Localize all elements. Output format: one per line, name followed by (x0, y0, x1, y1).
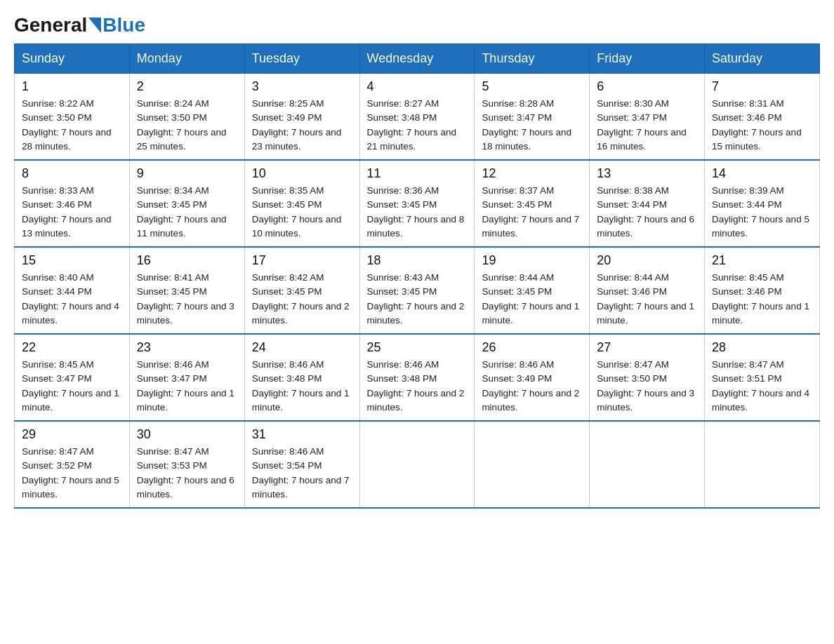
logo: General Blue (14, 14, 145, 36)
calendar-day-cell: 27 Sunrise: 8:47 AM Sunset: 3:50 PM Dayl… (590, 334, 705, 421)
logo-arrow-icon (88, 18, 101, 33)
calendar-day-cell: 20 Sunrise: 8:44 AM Sunset: 3:46 PM Dayl… (590, 247, 705, 334)
calendar-day-cell: 11 Sunrise: 8:36 AM Sunset: 3:45 PM Dayl… (359, 160, 475, 247)
calendar-week-row: 29 Sunrise: 8:47 AM Sunset: 3:52 PM Dayl… (15, 421, 820, 508)
day-number: 6 (597, 79, 697, 94)
logo-general-text: General (14, 14, 87, 36)
calendar-day-cell (590, 421, 705, 508)
calendar-day-cell: 16 Sunrise: 8:41 AM Sunset: 3:45 PM Dayl… (129, 247, 244, 334)
calendar-day-cell: 9 Sunrise: 8:34 AM Sunset: 3:45 PM Dayli… (129, 160, 244, 247)
day-number: 29 (22, 427, 122, 442)
day-number: 20 (597, 253, 697, 268)
day-info: Sunrise: 8:39 AM Sunset: 3:44 PM Dayligh… (712, 184, 812, 241)
calendar-day-cell: 2 Sunrise: 8:24 AM Sunset: 3:50 PM Dayli… (129, 74, 244, 161)
day-number: 8 (22, 166, 122, 181)
day-info: Sunrise: 8:24 AM Sunset: 3:50 PM Dayligh… (137, 97, 237, 154)
calendar-day-cell: 12 Sunrise: 8:37 AM Sunset: 3:45 PM Dayl… (475, 160, 590, 247)
day-info: Sunrise: 8:44 AM Sunset: 3:45 PM Dayligh… (482, 271, 582, 328)
day-number: 4 (367, 79, 468, 94)
calendar-day-cell: 28 Sunrise: 8:47 AM Sunset: 3:51 PM Dayl… (705, 334, 820, 421)
day-info: Sunrise: 8:46 AM Sunset: 3:47 PM Dayligh… (137, 358, 237, 415)
day-info: Sunrise: 8:46 AM Sunset: 3:54 PM Dayligh… (252, 445, 352, 502)
day-info: Sunrise: 8:46 AM Sunset: 3:48 PM Dayligh… (252, 358, 352, 415)
day-number: 12 (482, 166, 582, 181)
calendar-day-cell: 14 Sunrise: 8:39 AM Sunset: 3:44 PM Dayl… (705, 160, 820, 247)
day-info: Sunrise: 8:42 AM Sunset: 3:45 PM Dayligh… (252, 271, 352, 328)
calendar-day-cell (359, 421, 475, 508)
calendar-table: SundayMondayTuesdayWednesdayThursdayFrid… (14, 43, 820, 509)
day-header-saturday: Saturday (705, 44, 820, 74)
day-header-monday: Monday (129, 44, 244, 74)
day-number: 5 (482, 79, 582, 94)
calendar-day-cell: 18 Sunrise: 8:43 AM Sunset: 3:45 PM Dayl… (359, 247, 475, 334)
logo-blue-text: Blue (102, 14, 145, 36)
day-header-wednesday: Wednesday (359, 44, 475, 74)
day-info: Sunrise: 8:44 AM Sunset: 3:46 PM Dayligh… (597, 271, 697, 328)
day-info: Sunrise: 8:46 AM Sunset: 3:48 PM Dayligh… (367, 358, 468, 415)
day-header-tuesday: Tuesday (244, 44, 359, 74)
calendar-day-cell: 29 Sunrise: 8:47 AM Sunset: 3:52 PM Dayl… (15, 421, 130, 508)
calendar-day-cell: 21 Sunrise: 8:45 AM Sunset: 3:46 PM Dayl… (705, 247, 820, 334)
day-number: 2 (137, 79, 237, 94)
day-info: Sunrise: 8:22 AM Sunset: 3:50 PM Dayligh… (22, 97, 122, 154)
day-number: 14 (712, 166, 812, 181)
day-number: 25 (367, 340, 468, 355)
calendar-day-cell: 4 Sunrise: 8:27 AM Sunset: 3:48 PM Dayli… (359, 74, 475, 161)
day-number: 13 (597, 166, 697, 181)
calendar-day-cell (475, 421, 590, 508)
day-info: Sunrise: 8:47 AM Sunset: 3:50 PM Dayligh… (597, 358, 697, 415)
day-number: 23 (137, 340, 237, 355)
day-number: 28 (712, 340, 812, 355)
calendar-week-row: 1 Sunrise: 8:22 AM Sunset: 3:50 PM Dayli… (15, 74, 820, 161)
day-info: Sunrise: 8:27 AM Sunset: 3:48 PM Dayligh… (367, 97, 468, 154)
day-number: 27 (597, 340, 697, 355)
calendar-day-cell: 22 Sunrise: 8:45 AM Sunset: 3:47 PM Dayl… (15, 334, 130, 421)
day-info: Sunrise: 8:40 AM Sunset: 3:44 PM Dayligh… (22, 271, 122, 328)
day-number: 7 (712, 79, 812, 94)
day-info: Sunrise: 8:37 AM Sunset: 3:45 PM Dayligh… (482, 184, 582, 241)
day-number: 3 (252, 79, 352, 94)
calendar-week-row: 8 Sunrise: 8:33 AM Sunset: 3:46 PM Dayli… (15, 160, 820, 247)
day-number: 11 (367, 166, 468, 181)
calendar-day-cell: 26 Sunrise: 8:46 AM Sunset: 3:49 PM Dayl… (475, 334, 590, 421)
calendar-day-cell: 13 Sunrise: 8:38 AM Sunset: 3:44 PM Dayl… (590, 160, 705, 247)
day-info: Sunrise: 8:45 AM Sunset: 3:47 PM Dayligh… (22, 358, 122, 415)
day-info: Sunrise: 8:25 AM Sunset: 3:49 PM Dayligh… (252, 97, 352, 154)
day-number: 24 (252, 340, 352, 355)
day-number: 19 (482, 253, 582, 268)
day-info: Sunrise: 8:30 AM Sunset: 3:47 PM Dayligh… (597, 97, 697, 154)
calendar-day-cell: 7 Sunrise: 8:31 AM Sunset: 3:46 PM Dayli… (705, 74, 820, 161)
calendar-day-cell: 6 Sunrise: 8:30 AM Sunset: 3:47 PM Dayli… (590, 74, 705, 161)
day-number: 10 (252, 166, 352, 181)
day-info: Sunrise: 8:36 AM Sunset: 3:45 PM Dayligh… (367, 184, 468, 241)
calendar-day-cell: 31 Sunrise: 8:46 AM Sunset: 3:54 PM Dayl… (244, 421, 359, 508)
day-info: Sunrise: 8:41 AM Sunset: 3:45 PM Dayligh… (137, 271, 237, 328)
calendar-day-cell: 3 Sunrise: 8:25 AM Sunset: 3:49 PM Dayli… (244, 74, 359, 161)
day-info: Sunrise: 8:38 AM Sunset: 3:44 PM Dayligh… (597, 184, 697, 241)
day-info: Sunrise: 8:31 AM Sunset: 3:46 PM Dayligh… (712, 97, 812, 154)
day-number: 22 (22, 340, 122, 355)
day-number: 15 (22, 253, 122, 268)
day-number: 9 (137, 166, 237, 181)
calendar-day-cell: 24 Sunrise: 8:46 AM Sunset: 3:48 PM Dayl… (244, 334, 359, 421)
calendar-day-cell: 15 Sunrise: 8:40 AM Sunset: 3:44 PM Dayl… (15, 247, 130, 334)
calendar-day-cell: 30 Sunrise: 8:47 AM Sunset: 3:53 PM Dayl… (129, 421, 244, 508)
day-header-friday: Friday (590, 44, 705, 74)
calendar-day-cell: 17 Sunrise: 8:42 AM Sunset: 3:45 PM Dayl… (244, 247, 359, 334)
day-number: 18 (367, 253, 468, 268)
calendar-week-row: 15 Sunrise: 8:40 AM Sunset: 3:44 PM Dayl… (15, 247, 820, 334)
day-number: 1 (22, 79, 122, 94)
day-number: 17 (252, 253, 352, 268)
day-info: Sunrise: 8:28 AM Sunset: 3:47 PM Dayligh… (482, 97, 582, 154)
day-info: Sunrise: 8:47 AM Sunset: 3:53 PM Dayligh… (137, 445, 237, 502)
calendar-day-cell: 1 Sunrise: 8:22 AM Sunset: 3:50 PM Dayli… (15, 74, 130, 161)
day-number: 16 (137, 253, 237, 268)
day-info: Sunrise: 8:35 AM Sunset: 3:45 PM Dayligh… (252, 184, 352, 241)
calendar-day-cell: 19 Sunrise: 8:44 AM Sunset: 3:45 PM Dayl… (475, 247, 590, 334)
day-number: 26 (482, 340, 582, 355)
day-info: Sunrise: 8:47 AM Sunset: 3:51 PM Dayligh… (712, 358, 812, 415)
day-info: Sunrise: 8:34 AM Sunset: 3:45 PM Dayligh… (137, 184, 237, 241)
day-info: Sunrise: 8:45 AM Sunset: 3:46 PM Dayligh… (712, 271, 812, 328)
day-number: 31 (252, 427, 352, 442)
page-header: General Blue (14, 14, 820, 36)
